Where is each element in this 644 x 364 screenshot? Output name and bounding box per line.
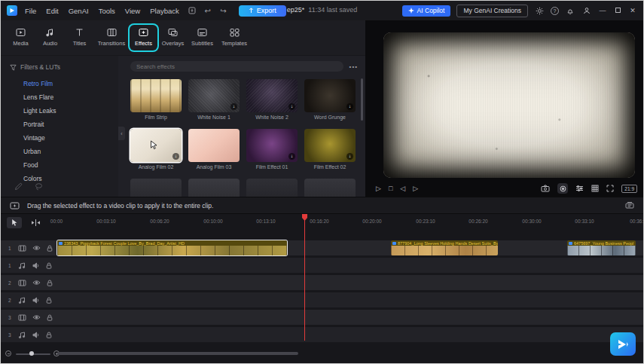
window-close-button[interactable]: ✕ [628, 7, 637, 14]
user-account-icon[interactable] [581, 7, 592, 14]
effect-card[interactable]: ↓ White Noise 2 [246, 79, 298, 120]
search-input[interactable] [130, 61, 343, 72]
speaker-icon[interactable] [32, 297, 40, 304]
step-forward-button[interactable]: ▷ [413, 185, 418, 192]
effect-thumbnail[interactable]: ↓ [246, 79, 298, 112]
tab-audio[interactable]: Audio [36, 25, 64, 50]
audio-track-3[interactable]: 3 [1, 327, 643, 342]
zoom-out-button[interactable] [5, 350, 11, 356]
sidebar-header[interactable]: Filters & LUTs [1, 56, 118, 77]
effect-thumbnail[interactable] [188, 179, 240, 197]
effect-card[interactable] [188, 179, 240, 197]
effects-scrollbar[interactable] [361, 78, 363, 121]
effect-thumbnail[interactable] [130, 179, 182, 197]
window-minimize-button[interactable]: — [598, 7, 607, 14]
notifications-bell-icon[interactable] [565, 7, 575, 15]
step-back-button[interactable]: ◁ [400, 185, 405, 192]
lock-icon[interactable] [47, 314, 53, 321]
video-track-1[interactable]: 238343_Piggyback Forest Couple Love_By_B… [1, 240, 643, 255]
color-adjust-icon[interactable] [575, 185, 584, 192]
sidebar-item-light-leaks[interactable]: Light Leaks [1, 104, 118, 118]
timeline-settings-icon[interactable] [625, 201, 634, 210]
video-preview-frame[interactable] [383, 32, 635, 178]
effect-card[interactable]: Film Strip [130, 79, 182, 120]
timeline-clip[interactable]: 238343_Piggyback Forest Couple Love_By_B… [57, 240, 287, 255]
sidebar-item-retro-film[interactable]: Retro Film [1, 77, 118, 90]
effect-card[interactable] [246, 179, 298, 197]
speaker-icon[interactable] [32, 332, 40, 338]
tab-templates[interactable]: Templates [218, 25, 251, 50]
menu-file[interactable]: File [23, 7, 38, 15]
eye-icon[interactable] [32, 245, 41, 251]
menu-view[interactable]: View [123, 7, 142, 15]
lock-icon[interactable] [47, 245, 53, 252]
pen-icon[interactable] [14, 182, 23, 191]
timeline-clip[interactable]: 877904_Long Sleeves Holding Hands Desert… [391, 240, 498, 255]
tab-subtitles[interactable]: Subtitles [188, 25, 216, 50]
audio-track-2[interactable]: 2 [1, 292, 643, 307]
tab-effects[interactable]: Effects [130, 25, 157, 50]
eye-icon[interactable] [32, 280, 41, 286]
video-track-3[interactable]: 3 [1, 310, 643, 325]
effect-card[interactable]: Analog Film 03 [188, 129, 240, 170]
effect-thumbnail[interactable] [130, 79, 182, 112]
save-icon[interactable] [187, 7, 197, 14]
effect-card[interactable] [130, 179, 182, 197]
redo-icon[interactable]: ↪ [218, 7, 229, 15]
lock-icon[interactable] [46, 262, 52, 269]
zoom-slider-knob[interactable] [29, 351, 34, 356]
lasso-icon[interactable] [35, 182, 43, 191]
effect-thumbnail[interactable]: ↓ [304, 129, 356, 162]
camera-snapshot-icon[interactable] [541, 185, 550, 192]
sidebar-item-urban[interactable]: Urban [1, 145, 118, 158]
more-options-icon[interactable]: ••• [349, 63, 358, 70]
fullscreen-icon[interactable] [606, 185, 614, 192]
eye-icon[interactable] [32, 314, 41, 320]
effect-thumbnail[interactable]: ↓ [246, 129, 298, 162]
undo-icon[interactable]: ↩ [203, 7, 213, 15]
sidebar-item-vintage[interactable]: Vintage [1, 131, 118, 145]
sidebar-item-lens-flare[interactable]: Lens Flare [1, 90, 118, 104]
sidebar-item-food[interactable]: Food [1, 158, 118, 172]
effect-thumbnail[interactable]: ↓ [304, 79, 356, 112]
effect-card[interactable]: ↓ Film Effect 01 [246, 129, 298, 170]
tab-overlays[interactable]: Overlays [159, 25, 187, 50]
tab-media[interactable]: Media [7, 25, 35, 50]
help-icon[interactable]: ? [551, 7, 559, 15]
timeline-horizontal-scrollbar[interactable] [57, 352, 298, 355]
timeline-clip[interactable]: 6475697_Young Business Peopl [567, 240, 636, 255]
window-maximize-button[interactable] [613, 7, 622, 14]
video-track-2[interactable]: 2 [1, 275, 643, 290]
menu-genai[interactable]: GenAI [66, 7, 91, 15]
stop-button[interactable]: □ [389, 185, 392, 192]
effect-card[interactable]: ↓ Film Effect 02 [304, 129, 356, 170]
audio-track-1[interactable]: 1 [1, 258, 643, 273]
menu-edit[interactable]: Edit [44, 7, 60, 15]
tab-transitions[interactable]: Transitions [95, 25, 128, 50]
effect-thumbnail[interactable] [246, 179, 298, 197]
timeline-ruler[interactable]: 00:00 00:03:10 00:06:20 00:10:00 00:13:1… [1, 219, 643, 228]
my-creations-button[interactable]: My GenAI Creations [456, 5, 528, 17]
export-button[interactable]: Export [239, 5, 286, 17]
effect-card[interactable] [304, 179, 356, 197]
effect-thumbnail[interactable]: ↓ [130, 129, 182, 162]
aspect-ratio-button[interactable]: 21:9 [621, 185, 637, 193]
record-button[interactable] [557, 183, 568, 194]
speaker-icon[interactable] [32, 262, 40, 269]
lock-icon[interactable] [46, 297, 52, 304]
effect-thumbnail[interactable] [188, 129, 240, 162]
grid-icon[interactable] [591, 185, 599, 192]
ai-copilot-button[interactable]: AI Copilot [402, 5, 451, 17]
sidebar-item-portrait[interactable]: Portrait [1, 118, 118, 131]
effect-card-selected[interactable]: ↓ Analog Film 02 [130, 129, 182, 170]
panel-collapse-handle[interactable]: ‹ [118, 127, 125, 140]
menu-playback[interactable]: Playback [148, 7, 182, 15]
effect-card[interactable]: ↓ Word Grunge [304, 79, 356, 120]
settings-gear-icon[interactable] [534, 7, 545, 15]
tab-titles[interactable]: Titles [66, 25, 93, 50]
play-button[interactable]: ▷ [376, 185, 381, 192]
menu-tools[interactable]: Tools [96, 7, 118, 15]
effect-thumbnail[interactable] [304, 179, 356, 197]
effect-thumbnail[interactable]: ↓ [188, 79, 240, 112]
lock-icon[interactable] [46, 332, 52, 338]
